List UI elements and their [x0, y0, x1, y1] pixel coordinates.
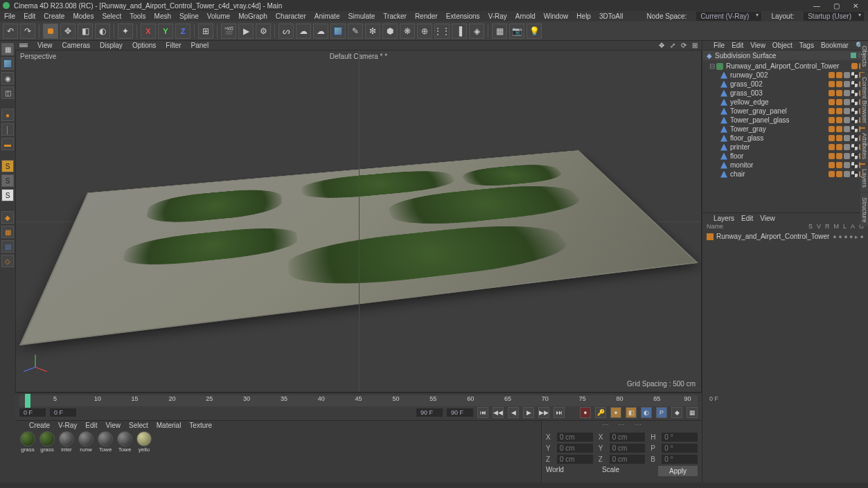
size-z-value[interactable]: 0 cm — [610, 455, 646, 464]
material-item[interactable]: grass — [39, 431, 55, 481]
key-pla-button[interactable]: ◆ — [671, 407, 682, 418]
workplane-button[interactable]: ◆ — [1, 211, 14, 224]
menu-tools[interactable]: Tools — [130, 12, 145, 20]
live-select-tool[interactable]: ▦ — [1, 43, 14, 55]
snap-settings[interactable]: S — [1, 174, 14, 187]
coord-z-value[interactable]: 0 cm — [557, 455, 593, 464]
viewport[interactable]: Perspective Default Camera * * Grid Spac… — [15, 50, 702, 392]
key-rot-button[interactable]: ◐ — [641, 407, 652, 418]
add-camera-button[interactable]: 📷 — [509, 24, 524, 39]
terrain-mesh[interactable] — [19, 150, 698, 346]
add-symmetry-button[interactable]: ▐ — [452, 24, 467, 39]
timeline-range[interactable]: 90 F — [416, 408, 443, 417]
rot-h-value[interactable]: 0 ° — [662, 433, 698, 442]
object-row[interactable]: floor_glass — [702, 134, 868, 143]
polygons-mode-button[interactable]: ▬ — [1, 138, 14, 150]
layout-combo[interactable]: Startup (User) — [804, 12, 864, 21]
vpmenu-view[interactable]: View — [37, 42, 53, 49]
last-tool[interactable]: ✦ — [118, 24, 133, 39]
material-item[interactable]: Towe — [97, 431, 114, 481]
om-file[interactable]: File — [714, 42, 725, 49]
object-root[interactable]: ⊟ Runway_and_Airport_Control_Tower — [702, 62, 868, 71]
play-button[interactable]: ▶ — [523, 407, 534, 418]
rot-b-value[interactable]: 0 ° — [662, 455, 698, 464]
coord-system-button[interactable]: ⊞ — [198, 24, 213, 39]
scale-tool[interactable]: ◧ — [78, 24, 93, 39]
render-settings-button[interactable]: ⚙ — [256, 24, 271, 39]
object-row[interactable]: floor — [702, 152, 868, 161]
sidetab-structure[interactable]: Structure — [860, 193, 868, 227]
add-field-button[interactable]: ⊕ — [417, 24, 432, 39]
layers-edit[interactable]: Edit — [741, 215, 753, 222]
vpmenu-panel[interactable]: Panel — [191, 42, 209, 49]
matmenu-view[interactable]: View — [105, 422, 121, 429]
timeline-start[interactable]: 0 F — [19, 408, 46, 417]
add-volume-button[interactable]: ◈ — [469, 24, 484, 39]
autokey-button[interactable]: 🔑 — [595, 407, 606, 418]
size-y-value[interactable]: 0 cm — [610, 444, 646, 453]
menu-tracker[interactable]: Tracker — [383, 12, 407, 20]
goto-start-button[interactable]: ⏮ — [477, 407, 488, 418]
key-scale-button[interactable]: ◧ — [626, 407, 637, 418]
menu-3dtoall[interactable]: 3DToAll — [599, 12, 623, 20]
layers-layers[interactable]: Layers — [714, 215, 734, 222]
render-pv-button[interactable]: ▶ — [238, 24, 254, 39]
vpmenu-filter[interactable]: Filter — [166, 42, 181, 49]
vray-render-button[interactable]: ᔕ — [278, 24, 294, 39]
layer-row[interactable]: Runway_and_Airport_Control_Tower ● ● ● ●… — [702, 231, 868, 242]
render-view-button[interactable]: 🎬 — [221, 24, 236, 39]
record-button[interactable]: ● — [580, 407, 591, 418]
menu-select[interactable]: Select — [102, 12, 121, 20]
menu-modes[interactable]: Modes — [73, 12, 94, 20]
add-deformer-button[interactable]: ❋ — [400, 24, 415, 39]
next-frame-button[interactable]: ▶▶ — [538, 407, 549, 418]
menu-render[interactable]: Render — [415, 12, 438, 20]
om-view[interactable]: View — [750, 42, 765, 49]
vpmenu-cameras[interactable]: Cameras — [62, 42, 91, 49]
om-bookmarks[interactable]: Bookmar — [821, 42, 849, 49]
object-row[interactable]: grass_003 — [702, 89, 868, 98]
close-button[interactable]: ✕ — [846, 0, 865, 11]
menu-spline[interactable]: Spline — [179, 12, 199, 20]
select-tool[interactable] — [43, 24, 58, 39]
timeline-cursor[interactable] — [25, 394, 30, 408]
prev-frame-button[interactable]: ◀ — [508, 407, 519, 418]
object-row[interactable]: Tower_panel_glass — [702, 116, 868, 125]
minimize-button[interactable]: — — [807, 0, 826, 11]
menu-create[interactable]: Create — [44, 12, 64, 20]
quantize-button[interactable]: ◇ — [1, 255, 14, 267]
matmenu-texture[interactable]: Texture — [189, 422, 212, 429]
planar-snap-button[interactable]: ▦ — [1, 226, 14, 238]
object-row[interactable]: Tower_gray_panel — [702, 107, 868, 116]
add-spline-button[interactable]: ✎ — [348, 24, 363, 39]
vp-nav-dolly-icon[interactable]: ⤢ — [670, 42, 675, 49]
points-mode-button[interactable]: ● — [1, 109, 14, 121]
matmenu-edit[interactable]: Edit — [85, 422, 97, 429]
timeline-track[interactable]: 5 10 15 20 25 30 35 40 45 50 55 60 65 70… — [19, 395, 698, 406]
add-subdivision-button[interactable]: ⬢ — [382, 24, 398, 39]
snap-toggle[interactable]: S — [1, 160, 14, 172]
add-floor-button[interactable]: ▦ — [492, 24, 507, 39]
vpmenu-options[interactable]: Options — [132, 42, 156, 49]
model-mode-button[interactable] — [1, 57, 14, 70]
om-object[interactable]: Object — [772, 42, 792, 49]
coord-y-value[interactable]: 0 cm — [557, 444, 593, 453]
om-tags[interactable]: Tags — [799, 42, 814, 49]
vray-vfb-button[interactable]: ☁ — [313, 24, 328, 39]
undo-button[interactable]: ↶ — [3, 24, 18, 39]
sidetab-layers[interactable]: Layers — [860, 165, 868, 192]
move-tool[interactable]: ✥ — [60, 24, 76, 39]
menu-arnold[interactable]: Arnold — [515, 12, 535, 20]
matmenu-select[interactable]: Select — [129, 422, 148, 429]
vpmenu-display[interactable]: Display — [100, 42, 123, 49]
coord-space-combo[interactable]: World — [546, 466, 596, 476]
maximize-button[interactable]: ▢ — [826, 0, 846, 11]
texture-mode-button[interactable]: ◉ — [1, 72, 14, 84]
menu-animate[interactable]: Animate — [315, 12, 340, 20]
size-x-value[interactable]: 0 cm — [610, 433, 646, 442]
add-cube-button[interactable] — [330, 24, 346, 39]
axis-z-button[interactable]: Z — [175, 24, 191, 39]
object-row[interactable]: Tower_gray — [702, 125, 868, 134]
redo-button[interactable]: ↷ — [20, 24, 35, 39]
menu-window[interactable]: Window — [544, 12, 569, 20]
